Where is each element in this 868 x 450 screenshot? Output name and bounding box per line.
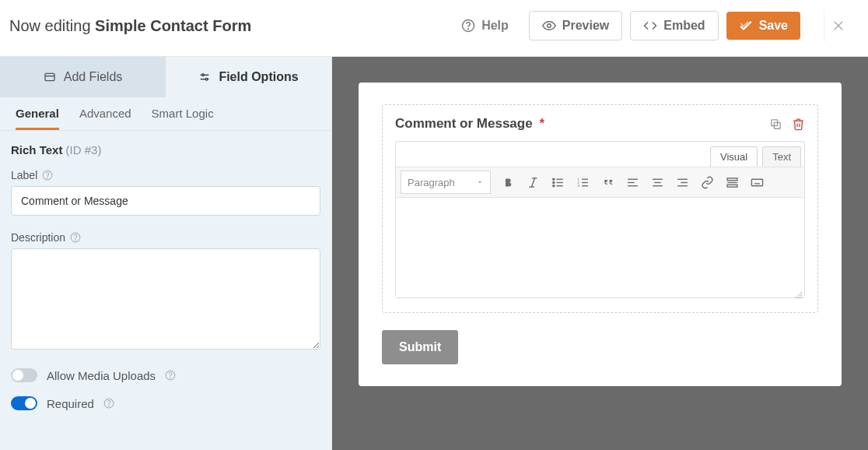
field-richtext[interactable]: Comment or Message * Visual [382, 104, 818, 313]
form-name: Simple Contact Form [95, 17, 251, 34]
allow-media-toggle[interactable] [11, 368, 37, 382]
tab-add-fields[interactable]: Add Fields [0, 57, 166, 97]
submit-button[interactable]: Submit [382, 330, 458, 364]
rte-tab-visual[interactable]: Visual [710, 146, 758, 167]
svg-point-13 [170, 378, 171, 378]
insert-more-icon[interactable] [721, 171, 743, 193]
close-button[interactable] [824, 9, 854, 42]
svg-point-51 [800, 292, 802, 294]
duplicate-icon[interactable] [769, 118, 782, 131]
embed-label: Embed [663, 19, 705, 33]
subtab-smart-logic[interactable]: Smart Logic [152, 97, 214, 130]
svg-rect-45 [751, 179, 762, 186]
page-title: Now editing Simple Contact Form [9, 17, 251, 35]
svg-point-26 [552, 185, 554, 186]
svg-rect-44 [727, 185, 737, 187]
close-icon [832, 19, 846, 33]
preview-label: Preview [562, 19, 609, 33]
svg-point-54 [798, 294, 800, 296]
description-label: Description [11, 231, 320, 244]
sidebar-main-tabs: Add Fields Field Options [0, 57, 331, 97]
required-label: Required [47, 397, 94, 410]
rich-text-editor: Visual Text Paragraph 123 [395, 141, 805, 298]
tab-add-fields-label: Add Fields [64, 70, 123, 84]
tab-field-options[interactable]: Field Options [166, 57, 331, 97]
svg-rect-3 [45, 73, 54, 80]
help-label: Help [481, 19, 509, 33]
subtab-general[interactable]: General [16, 97, 59, 130]
ol-icon[interactable]: 123 [572, 171, 593, 193]
ul-icon[interactable] [547, 171, 569, 193]
sidebar: Add Fields Field Options General Advance… [0, 57, 332, 450]
svg-rect-42 [727, 178, 737, 180]
svg-line-20 [531, 178, 534, 186]
rte-toolbar: Paragraph 123 [396, 167, 804, 198]
form-card: Comment or Message * Visual [359, 83, 842, 386]
label-label: Label [11, 169, 320, 181]
trash-icon[interactable] [792, 118, 805, 131]
check-icon [739, 19, 753, 33]
chevron-down-icon [476, 178, 484, 186]
svg-text:3: 3 [577, 184, 579, 188]
svg-point-15 [109, 406, 110, 406]
svg-point-55 [798, 297, 800, 298]
svg-point-1 [468, 29, 469, 30]
svg-point-25 [552, 181, 554, 183]
align-left-icon[interactable] [621, 171, 643, 193]
svg-point-56 [796, 297, 797, 298]
topbar: Now editing Simple Contact Form Help Pre… [0, 0, 868, 57]
link-icon[interactable] [696, 171, 718, 193]
allow-media-label: Allow Media Uploads [47, 369, 156, 382]
eye-icon [542, 19, 556, 33]
help-icon[interactable] [70, 232, 81, 243]
required-toggle[interactable] [11, 396, 37, 410]
editing-prefix: Now editing [9, 17, 95, 34]
help-icon[interactable] [103, 398, 114, 409]
save-button[interactable]: Save [726, 12, 800, 40]
tab-field-options-label: Field Options [219, 70, 298, 84]
svg-point-7 [206, 78, 208, 80]
help-icon[interactable] [42, 170, 53, 181]
form-preview-area: Comment or Message * Visual [332, 57, 868, 450]
svg-point-24 [552, 178, 554, 180]
svg-point-2 [548, 24, 551, 28]
svg-point-6 [202, 74, 205, 76]
help-button[interactable]: Help [449, 12, 521, 40]
rte-content[interactable] [396, 198, 804, 297]
resize-handle-icon[interactable] [795, 288, 803, 296]
quote-icon[interactable] [597, 171, 618, 193]
field-label: Comment or Message * [395, 116, 544, 132]
italic-icon[interactable] [522, 171, 544, 193]
keyboard-icon[interactable] [746, 171, 768, 193]
field-type-name: Rich Text [11, 143, 62, 156]
fields-icon [44, 71, 56, 83]
svg-point-11 [75, 240, 76, 241]
field-options-panel: Rich Text (ID #3) Label Description Allo… [0, 131, 331, 440]
help-icon [461, 19, 475, 33]
help-icon[interactable] [165, 370, 176, 381]
svg-point-9 [47, 178, 48, 178]
bold-icon[interactable] [497, 171, 519, 193]
save-label: Save [759, 19, 788, 33]
preview-button[interactable]: Preview [529, 11, 622, 40]
label-input[interactable] [11, 186, 320, 216]
subtab-advanced[interactable]: Advanced [79, 97, 131, 130]
description-input[interactable] [11, 248, 320, 350]
field-heading: Rich Text (ID #3) [11, 143, 320, 156]
required-mark: * [539, 116, 544, 131]
embed-button[interactable]: Embed [630, 11, 718, 40]
code-icon [643, 19, 657, 33]
svg-point-52 [800, 294, 802, 296]
svg-point-53 [800, 297, 802, 298]
align-right-icon[interactable] [671, 171, 693, 193]
field-actions [769, 118, 805, 131]
field-id: (ID #3) [66, 143, 102, 156]
align-center-icon[interactable] [646, 171, 668, 193]
toggle-required: Required [11, 396, 320, 410]
sidebar-sub-tabs: General Advanced Smart Logic [0, 97, 331, 131]
toggle-allow-media: Allow Media Uploads [11, 368, 320, 382]
rte-format-select[interactable]: Paragraph [401, 171, 491, 194]
sliders-icon [198, 71, 211, 83]
rte-tab-text[interactable]: Text [762, 146, 801, 167]
